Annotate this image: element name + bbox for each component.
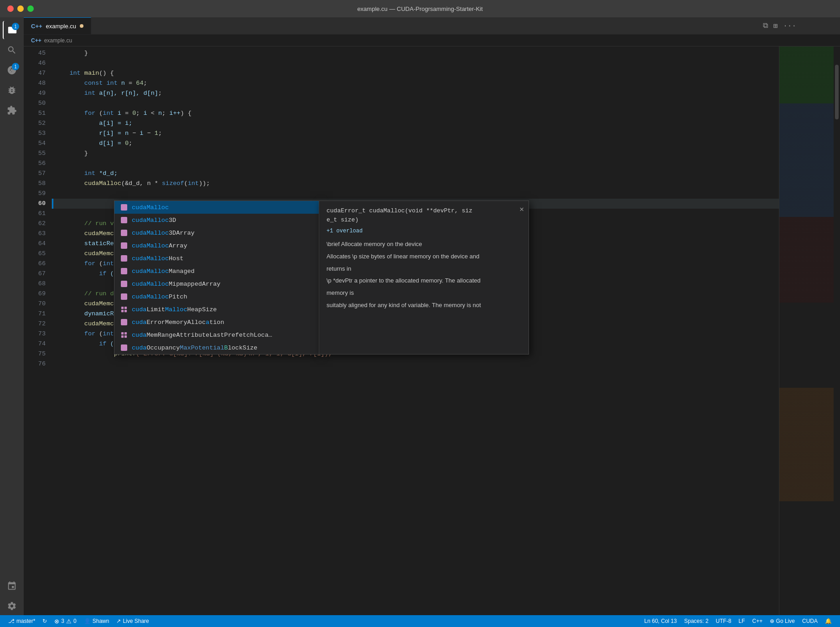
spaces-text: Spaces: 2 [684,618,708,624]
autocomplete-cube-icon-3 [120,242,128,250]
autocomplete-label-7: cudaMallocPitch [132,293,187,300]
autocomplete-item-cudaoccupancy[interactable]: cudaOccupancyMaxPotentialBlockSize [114,341,319,354]
status-cuda[interactable]: CUDA [799,615,821,627]
status-spaces[interactable]: Spaces: 2 [680,615,712,627]
breadcrumb: C++ example.cu [24,35,840,46]
sidebar-item-source-control[interactable] [3,577,21,595]
minimap[interactable] [779,46,834,615]
autocomplete-item-cudamalloc3darray[interactable]: cudaMalloc3DArray [114,226,319,239]
svg-rect-6 [124,332,127,334]
split-editor-button[interactable]: ⧉ [763,21,768,30]
more-actions-button[interactable]: ··· [783,22,796,30]
autocomplete-item-cudamallochost[interactable]: cudaMallocHost [114,252,319,265]
bell-icon: 🔔 [825,618,832,624]
minimize-button[interactable] [17,5,24,12]
tab-filename: example.cu [46,23,76,30]
svg-rect-2 [124,307,127,309]
autocomplete-item-cudamallocmanaged[interactable]: cudaMallocManaged [114,265,319,278]
autocomplete-cube-icon-7 [120,293,128,301]
autocomplete-item-cudaerrormemoryal[interactable]: cudaErrorMemoryAllocation [114,316,319,329]
code-line-59 [51,189,779,199]
status-sync[interactable]: ↻ [39,615,51,627]
status-bar: ⎇ master* ↻ ⊗ 3 ⚠ 0 👤 Shawn ↗ Live Share… [0,615,840,627]
svg-rect-4 [124,310,127,312]
autocomplete-item-cudamemrange[interactable]: cudaMemRangeAttributeLastPrefetchLoca… [114,329,319,341]
position-text: Ln 60, Col 13 [644,618,677,624]
status-golive[interactable]: ⊕ Go Live [766,615,799,627]
autocomplete-cube-icon-5 [120,267,128,275]
status-bell[interactable]: 🔔 [821,615,835,627]
status-line-ending[interactable]: LF [735,615,749,627]
code-line-55: } [51,149,779,159]
sidebar-item-git[interactable]: 1 [3,61,21,79]
sidebar-item-explorer[interactable]: 1 [3,21,21,39]
status-language[interactable]: C++ [749,615,767,627]
autocomplete-item-cudamallocarray[interactable]: cudaMallocArray [114,239,319,252]
tab-bar: C++ example.cu ⧉ ⊞ ··· [24,17,840,35]
sidebar-item-search[interactable] [3,41,21,59]
svg-rect-3 [121,310,124,312]
autocomplete-popup: cudaMalloc cudaMalloc3D cudaMalloc3DArra… [114,200,529,355]
status-liveshare[interactable]: ↗ Live Share [113,615,152,627]
autocomplete-label-9: cudaErrorMemoryAllocation [132,319,224,326]
autocomplete-label-11: cudaOccupancyMaxPotentialBlockSize [132,344,257,351]
tab-modified-indicator [80,24,83,28]
tab-example-cu[interactable]: C++ example.cu [24,17,91,34]
autocomplete-list: cudaMalloc cudaMalloc3D cudaMalloc3DArra… [114,200,319,355]
autocomplete-cube-icon-4 [120,254,128,262]
close-button[interactable] [7,5,14,12]
code-line-49: int a[n], r[n], d[n]; [51,88,779,98]
code-line-58: cudaMalloc(&d_d, n * sizeof(int)); [51,179,779,189]
status-encoding[interactable]: UTF-8 [712,615,735,627]
liveshare-label: Live Share [123,618,149,624]
autocomplete-cube-icon-10 [120,331,128,339]
autocomplete-item-cudamallocpitch[interactable]: cudaMallocPitch [114,290,319,303]
scrollbar-thumb[interactable] [835,65,839,119]
titlebar: example.cu — CUDA-Progrsamming-Starter-K… [0,0,840,17]
status-branch[interactable]: ⎇ master* [5,615,39,627]
autocomplete-cube-icon-2 [120,229,128,237]
breadcrumb-filename[interactable]: example.cu [44,37,72,44]
autocomplete-label-8: cudaLimitMallocHeapSize [132,306,217,313]
code-line-51: for (int i = 0; i < n; i++) { [51,108,779,118]
autocomplete-cube-icon-9 [120,318,128,326]
autocomplete-label-4: cudaMallocHost [132,255,183,262]
sync-icon: ↻ [42,618,47,624]
error-count: 3 [61,618,64,624]
explorer-badge: 1 [12,23,19,30]
autocomplete-cube-icon [120,203,128,211]
autocomplete-item-cudamallocmipmap[interactable]: cudaMallocMipmappedArray [114,278,319,290]
autocomplete-label-2: cudaMalloc3DArray [132,230,195,236]
editor-container: C++ example.cu ⧉ ⊞ ··· C++ example.cu 45… [24,17,840,615]
code-line-48: const int n = 64; [51,78,779,88]
autocomplete-item-cudalimitmallocheap[interactable]: cudaLimitMallocHeapSize [114,303,319,316]
share-icon: ↗ [116,618,121,624]
autocomplete-cube-icon-6 [120,280,128,288]
line-ending-text: LF [739,618,745,624]
branch-name: master* [16,618,35,624]
autocomplete-label-10: cudaMemRangeAttributeLastPrefetchLoca… [132,332,272,339]
maximize-button[interactable] [27,5,34,12]
editor-layout-button[interactable]: ⊞ [773,21,778,31]
status-position[interactable]: Ln 60, Col 13 [641,615,680,627]
detail-close-button[interactable]: ✕ [519,205,524,214]
autocomplete-item-cudamalloc[interactable]: cudaMalloc [114,201,319,214]
autocomplete-label-6: cudaMallocMipmappedArray [132,281,220,288]
svg-rect-5 [121,332,124,334]
code-editor[interactable]: 45 46 47 48 49 50 51 52 53 54 55 56 57 5… [24,46,840,615]
editor-scrollbar[interactable] [834,46,840,615]
status-errors[interactable]: ⊗ 3 ⚠ 0 [51,615,80,627]
code-line-46 [51,58,779,68]
detail-description: \brief Allocate memory on the device All… [327,240,521,310]
autocomplete-item-cudamalloc3d[interactable]: cudaMalloc3D [114,214,319,226]
language-text: C++ [752,618,763,624]
sidebar-item-extensions[interactable] [3,101,21,119]
sidebar-item-debug[interactable] [3,81,21,99]
code-line-54: d[i] = 0; [51,139,779,149]
svg-rect-8 [124,335,127,338]
status-user[interactable]: 👤 Shawn [80,615,113,627]
autocomplete-cube-icon-8 [120,305,128,314]
sidebar-item-settings[interactable] [3,597,21,615]
editor-actions: ⧉ ⊞ ··· [763,17,804,34]
window-controls [7,5,34,12]
